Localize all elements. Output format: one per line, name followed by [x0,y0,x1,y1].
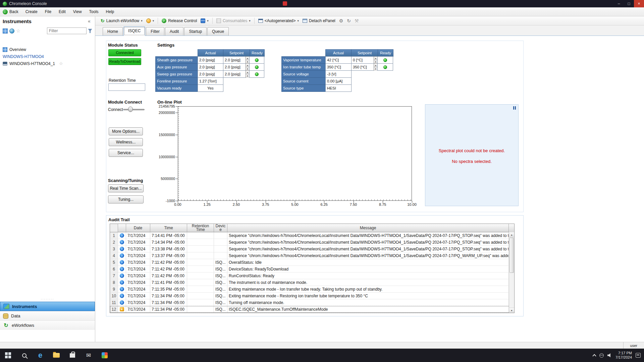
setpoint-input[interactable]: 0 [°C] [351,56,374,64]
search-button[interactable] [16,349,32,362]
retention-time-input[interactable] [108,83,145,91]
wrench-icon[interactable]: ⚒ [353,18,360,23]
setpoint-input[interactable]: 350 [°C] [351,63,374,71]
audit-row[interactable]: 7i7/17/20247:11:42 PM -05:00ISQ...RunCon… [110,273,514,279]
audit-column-header[interactable]: Date [126,224,150,232]
audit-row[interactable]: 4i7/17/20247:13:37 PM -05:00Sequence "ch… [110,252,514,259]
menu-item-create[interactable]: Create [22,7,41,16]
audit-cell [187,279,214,286]
maximize-button[interactable]: □ [624,0,634,7]
online-plot-chart[interactable] [178,106,412,201]
audit-column-header[interactable] [110,224,118,232]
sidebar-item-instruments[interactable]: Instruments [0,302,95,311]
volume-icon[interactable] [607,353,612,357]
splitter-grip[interactable]: ········ [0,298,95,302]
audit-cell: ISQ... [214,306,227,313]
filter-funnel-icon[interactable] [88,29,92,33]
tab-filter[interactable]: Filter [146,27,164,36]
spinner-up-icon[interactable]: ▲ [246,64,249,67]
close-button[interactable]: × [634,0,644,7]
refresh-icon[interactable]: ↻ [345,18,352,23]
connect-slider[interactable] [122,105,146,114]
audit-row[interactable]: 2i7/17/20247:14:34 PM -05:00Sequence "ch… [110,239,514,246]
sidebar-item-data[interactable]: Data [0,311,95,320]
audit-row[interactable]: 11i7/17/20247:11:34 PM -05:00ISQ...Turni… [110,299,514,306]
tab-audit[interactable]: Audit [165,27,183,36]
network-icon[interactable] [599,353,604,358]
tray-expand-icon[interactable] [592,354,596,358]
audit-row[interactable]: 12▸7/17/20247:11:34 PM -05:00ISQ...ISQEC… [110,306,514,313]
tab-home[interactable]: Home [103,27,123,36]
more-options-button[interactable]: More Options... [109,127,143,135]
spinner-up-icon[interactable]: ▲ [246,71,249,74]
menu-item-edit[interactable]: Edit [55,7,69,16]
audit-row[interactable]: 5i7/17/20247:11:42 PM -05:00ISQ...Overal… [110,259,514,266]
audit-column-header[interactable] [118,224,126,232]
start-button[interactable] [0,349,16,362]
audit-row[interactable]: 9i7/17/20247:11:35 PM -05:00ISQ...Exitin… [110,286,514,293]
autogenerated-dropdown[interactable]: <Autogenerated> ▾ [257,18,300,24]
file-explorer-button[interactable] [48,349,64,362]
service-button[interactable]: Service... [109,149,143,157]
scroll-up-icon[interactable]: ▲ [509,232,514,237]
pinned-app-button[interactable] [97,349,113,362]
spinner-up-icon[interactable]: ▲ [374,64,377,67]
spinner-down-icon[interactable]: ▼ [374,67,377,71]
gear-icon[interactable]: ⚙ [338,18,345,23]
real-time-scan-button[interactable]: Real Time Scan... [108,184,144,192]
store-button[interactable] [64,349,80,362]
setting-row-vacuum-ready: Vacuum readyYes [155,84,265,92]
setpoint-input[interactable]: 2.0 [psig] [223,63,246,71]
audit-row[interactable]: 8i7/17/20247:11:41 PM -05:00ISQ...The in… [110,279,514,286]
menu-item-tools[interactable]: Tools [86,7,102,16]
audit-column-header[interactable]: Retention Time [187,224,214,232]
tab-startup[interactable]: Startup [184,27,207,36]
tree-item-overview[interactable]: Overview [0,46,95,53]
panel-view-icon[interactable] [3,28,8,34]
tab-isqec[interactable]: ISQEC [123,26,145,36]
wellness-button[interactable]: Wellness... [109,138,143,146]
slider-thumb[interactable] [128,107,133,112]
scroll-down-icon[interactable]: ▼ [509,308,514,313]
panel-select-button[interactable]: ▾ [199,18,210,24]
spinner-up-icon[interactable]: ▲ [374,57,377,60]
favorites-star-icon[interactable]: ☆ [16,28,20,34]
audit-row[interactable]: 3i7/17/20247:13:38 PM -05:00Sequence "ch… [110,246,514,252]
audit-scrollbar[interactable]: ▲ ▼ [509,232,514,313]
scrollbar-thumb[interactable] [509,238,514,273]
globe-icon[interactable] [9,28,14,34]
tree-item-windows-h7tmoo4-1[interactable]: WINDOWS-H7TMOO4_1☆ [0,60,95,67]
collapse-sidebar-button[interactable]: « [86,18,92,24]
detach-epanel-button[interactable]: Detach ePanel [301,18,337,24]
menu-item-help[interactable]: Help [102,7,118,16]
pause-icon[interactable] [513,106,516,110]
filter-input[interactable] [47,27,87,34]
action-center-icon[interactable] [636,353,641,358]
epanel-picker-button[interactable]: ▾ [145,18,156,24]
sidebar-item-eworkflows[interactable]: eWorkflows [0,320,95,330]
row-number: 4 [110,252,118,259]
minimize-button[interactable]: – [614,0,624,7]
audit-column-header[interactable]: Device [214,224,227,232]
spinner-up-icon[interactable]: ▲ [246,57,249,60]
tuning-button[interactable]: Tuning... [108,195,144,203]
mail-button[interactable]: ✉ [80,349,97,362]
favorite-star-icon[interactable]: ☆ [59,61,63,66]
setpoint-input[interactable]: 2.0 [psig] [223,56,246,64]
setpoint-input[interactable]: 2.0 [psig] [223,70,246,78]
tab-queue[interactable]: Queue [207,27,229,36]
back-button[interactable]: ← Back [0,9,22,14]
tree-item-windows-h7tmoo4[interactable]: WINDOWS-H7TMOO4 [0,53,95,60]
audit-row[interactable]: 10i7/17/20247:11:34 PM -05:00ISQ...Exiti… [110,293,514,299]
launch-eworkflow-button[interactable]: Launch eWorkflow ▾ [99,17,144,24]
spinner-down-icon[interactable]: ▼ [246,74,249,78]
audit-column-header[interactable]: Time [150,224,187,232]
audit-row[interactable]: 6i7/17/20247:11:42 PM -05:00ISQ...Device… [110,266,514,273]
audit-row[interactable]: 1i7/17/20247:14:41 PM -05:00Sequence "ch… [110,232,514,239]
release-control-button[interactable]: ✓ Release Control [160,18,198,24]
edge-button[interactable]: e [32,349,48,362]
menu-item-file[interactable]: File [41,7,55,16]
menu-item-view[interactable]: View [69,7,86,16]
taskbar-clock[interactable]: 7:17 PM 7/17/2024 [615,351,632,360]
audit-column-header[interactable]: Message [227,224,509,232]
